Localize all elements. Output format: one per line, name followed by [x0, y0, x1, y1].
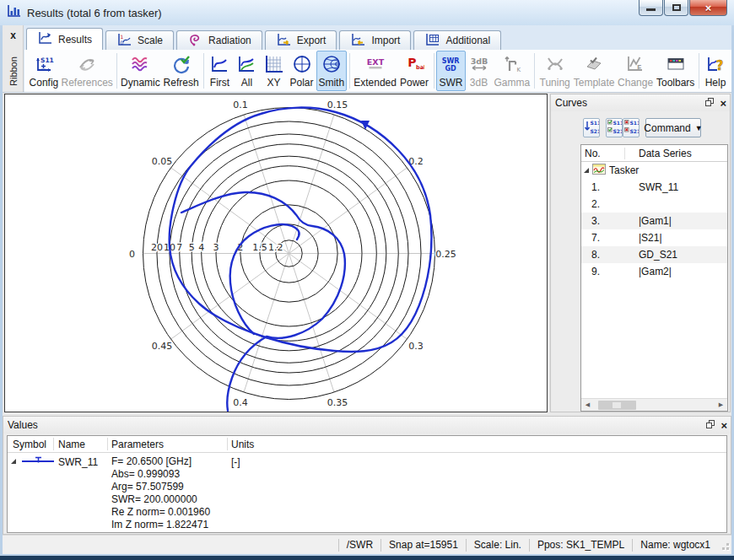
toolbar-button-label: XY [267, 77, 280, 89]
maximize-icon [672, 4, 681, 11]
series-units: [-] [231, 456, 240, 468]
tab-label: Scale [138, 35, 163, 46]
horizontal-scrollbar[interactable]: ◀ ▶ [581, 398, 727, 411]
dynamic-button[interactable]: Dynamic [119, 51, 161, 91]
help-button[interactable]: ?Help [702, 51, 729, 91]
app-icon [7, 3, 22, 22]
scroll-left-icon[interactable]: ◀ [581, 401, 594, 408]
close-panel-icon[interactable]: × [720, 98, 726, 109]
series-number: 1. [581, 181, 625, 193]
title-bar[interactable]: Results (total 6 from tasker) × [0, 0, 734, 25]
close-button[interactable]: × [689, 0, 727, 16]
curves-panel: Curves × S11S21S11S21S11S21 Command ▼ No… [550, 94, 731, 412]
command-dropdown[interactable]: Command ▼ [645, 118, 701, 137]
svg-text:?: ? [716, 58, 724, 73]
results-window: Results (total 6 from tasker) × x Ribbon… [0, 0, 734, 560]
values-panel-header[interactable]: Values × [3, 417, 731, 433]
scroll-right-icon[interactable]: ▶ [715, 401, 727, 408]
swr-polar-chart[interactable]: 1.21.523457102000.050.10.150.20.250.30.3… [5, 94, 547, 412]
column-header-no: No. [581, 148, 625, 159]
tasker-icon [592, 164, 606, 177]
data-series-row[interactable]: 2. [581, 196, 727, 213]
tab-scale[interactable]: 10Scale [105, 30, 174, 50]
data-series-list[interactable]: No. Data Series Tasker1.SWR_112.3.|Gam1|… [580, 144, 728, 412]
swr-circle-label: 20 [151, 242, 163, 253]
data-series-row[interactable]: 7.|S21| [581, 229, 727, 246]
tab-label: Results [58, 34, 92, 46]
ribbon-strip-label: Ribbon [5, 52, 21, 91]
data-series-row[interactable]: 1.SWR_11 [581, 179, 727, 196]
data-series-row[interactable]: 8.GD_S21 [581, 246, 727, 263]
swr-button[interactable]: SWRGDSWR [436, 51, 465, 91]
refresh-button[interactable]: Refresh [162, 51, 201, 91]
resize-grip-icon[interactable] [718, 539, 730, 551]
plot-area[interactable]: 1.21.523457102000.050.10.150.20.250.30.3… [4, 94, 548, 412]
minimize-button[interactable] [639, 0, 663, 16]
all-button[interactable]: All [233, 51, 260, 91]
toolbar-button-label: 3dB [470, 77, 488, 89]
toolbar-button-label: All [241, 77, 252, 89]
status-bar: /SWRSnap at=15951Scale: Lin.Ppos: SK1_TE… [3, 535, 731, 554]
data-series-row[interactable]: 3.|Gam1| [581, 213, 727, 229]
first-button[interactable]: First [206, 51, 233, 91]
smith-button[interactable]: Smith [316, 51, 347, 91]
toolbar-separator [116, 53, 117, 89]
close-icon: × [705, 2, 712, 14]
curves-panel-header[interactable]: Curves × [551, 94, 730, 111]
tab-export[interactable]: Export [265, 30, 337, 50]
series-number: 2. [581, 198, 625, 210]
expand-icon[interactable] [11, 459, 16, 464]
polar-button[interactable]: Polar [287, 51, 316, 91]
sparam-arrow-button[interactable]: S11S21 [583, 118, 600, 137]
svg-text:GD: GD [445, 65, 457, 73]
svg-text:bal: bal [416, 64, 424, 71]
toolbar-separator [699, 53, 699, 89]
chevron-down-icon: ▼ [695, 124, 703, 132]
swr-circle-label: 1.5 [252, 242, 267, 253]
close-panel-icon[interactable]: × [721, 420, 727, 431]
column-header-parameters: Parameters [111, 439, 164, 450]
maximize-button[interactable] [664, 0, 688, 16]
tab-additional[interactable]: Additional [413, 30, 501, 50]
toolbar-separator [203, 53, 204, 89]
extended-button[interactable]: EXTExtended [353, 51, 398, 91]
series-name: |S21| [625, 232, 662, 244]
data-series-list-header: No. Data Series [581, 145, 727, 162]
series-name: |Gam2| [625, 266, 672, 277]
column-header-units: Units [231, 439, 254, 450]
polar-icon [292, 53, 312, 75]
float-panel-icon[interactable] [705, 419, 715, 432]
series-symbol-icon [21, 456, 55, 468]
toolbar-button-label: Template [574, 77, 615, 89]
ribbon-close-button[interactable]: x [5, 28, 21, 44]
tab-results[interactable]: Results [26, 28, 103, 50]
series-number: 3. [581, 215, 625, 227]
smith-icon [321, 53, 342, 75]
series-name: GD_S21 [625, 249, 677, 261]
list-group-tasker[interactable]: Tasker [581, 162, 727, 179]
toolbar-button-label: Change [618, 77, 653, 89]
tab-import[interactable]: Import [339, 30, 411, 50]
scrollbar-thumb[interactable] [598, 401, 636, 410]
toolbar-button-label: Gamma [494, 77, 531, 89]
xy-icon [263, 53, 283, 75]
toolbar-button-label: SWR [439, 77, 462, 89]
float-panel-icon[interactable] [704, 97, 715, 110]
sparam-uncheck-button[interactable]: S11S21 [623, 118, 640, 137]
sparam-check-button[interactable]: S11S21 [606, 118, 623, 137]
svg-text:S11: S11 [40, 57, 54, 64]
data-series-row[interactable]: 9.|Gam2| [581, 263, 727, 280]
command-label: Command [644, 122, 690, 134]
window-bottom-border [0, 556, 734, 560]
toolbars-button[interactable]: Toolbars [655, 51, 696, 91]
config-button[interactable]: S11Config [27, 51, 61, 91]
angle-label: 0 [129, 249, 135, 260]
xy-button[interactable]: XY [260, 51, 287, 91]
values-row[interactable]: SWR_11 F= 20.6500 [GHz]Abs= 0.999093Arg=… [8, 453, 726, 531]
power-button[interactable]: PbalPower [397, 51, 430, 91]
tab-radiation[interactable]: Radiation [176, 30, 262, 50]
expand-icon[interactable] [584, 168, 589, 173]
help-icon: ? [705, 53, 726, 75]
toolbar-button-label: Tuning [540, 77, 570, 89]
column-header-data-series: Data Series [625, 148, 692, 159]
